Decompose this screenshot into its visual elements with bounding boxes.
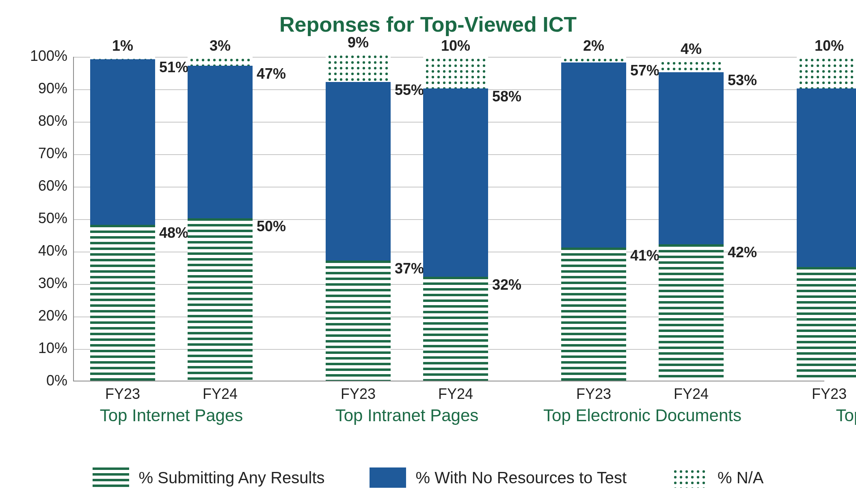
bar-seg-submitting xyxy=(188,218,253,381)
data-label-no-resources: 58% xyxy=(492,88,521,105)
y-tick-label: 100% xyxy=(30,47,67,65)
chart-title: Reponses for Top-Viewed ICT xyxy=(0,12,856,37)
bar: 2%57%41% xyxy=(561,56,626,381)
data-label-na: 10% xyxy=(815,37,844,54)
bar-seg-na xyxy=(659,59,724,72)
data-label-submitting: 37% xyxy=(395,260,424,277)
legend-label: % With No Resources to Test xyxy=(416,469,627,487)
bar-seg-no-resources xyxy=(797,88,856,267)
chart-container: Reponses for Top-Viewed ICT 0%10%20%30%4… xyxy=(0,0,856,504)
bar-seg-no-resources xyxy=(561,62,626,248)
y-tick-label: 10% xyxy=(38,340,67,357)
data-label-na: 1% xyxy=(112,37,133,54)
y-tick-label: 30% xyxy=(38,275,67,292)
y-tick-label: 50% xyxy=(38,210,67,227)
data-label-submitting: 42% xyxy=(728,244,757,261)
legend-label: % Submitting Any Results xyxy=(139,469,325,487)
x-tick-label: FY23 xyxy=(561,386,626,403)
legend-item-submitting: % Submitting Any Results xyxy=(93,467,325,488)
bar-seg-na xyxy=(188,56,253,66)
x-group-label: Top Electronic Documents xyxy=(543,406,741,425)
x-group-label: Top Intranet Pages xyxy=(335,406,479,425)
data-label-na: 2% xyxy=(583,37,604,54)
bar-seg-submitting xyxy=(90,225,155,381)
legend-swatch-stripes-icon xyxy=(93,467,129,488)
bar-seg-no-resources xyxy=(90,59,155,225)
bar: 9%55%37% xyxy=(326,56,391,381)
plot-area: 0%10%20%30%40%50%60%70%80%90%100%1%51%48… xyxy=(73,57,824,381)
x-tick-label: FY23 xyxy=(797,386,856,403)
x-tick-label: FY23 xyxy=(326,386,391,403)
x-tick-label: FY23 xyxy=(90,386,155,403)
x-tick-label: FY24 xyxy=(659,386,724,403)
bar-seg-no-resources xyxy=(326,82,391,261)
data-label-submitting: 32% xyxy=(492,276,521,293)
bar-seg-submitting xyxy=(797,267,856,381)
legend: % Submitting Any Results % With No Resou… xyxy=(0,467,856,488)
data-label-no-resources: 57% xyxy=(630,62,659,79)
data-label-submitting: 48% xyxy=(159,224,188,241)
bar-seg-no-resources xyxy=(188,66,253,218)
bar-seg-na xyxy=(797,56,856,88)
data-label-submitting: 41% xyxy=(630,247,659,264)
legend-item-no-resources: % With No Resources to Test xyxy=(370,467,627,488)
x-group-label: Top Internet Pages xyxy=(100,406,243,425)
data-label-no-resources: 47% xyxy=(257,65,286,82)
bar: 1%51%48% xyxy=(90,56,155,381)
data-label-submitting: 50% xyxy=(257,218,286,235)
legend-item-na: % N/A xyxy=(671,467,763,488)
x-tick-label: FY24 xyxy=(423,386,488,403)
data-label-na: 3% xyxy=(210,37,231,54)
y-tick-label: 80% xyxy=(38,112,67,129)
legend-swatch-solid-icon xyxy=(370,467,406,488)
y-tick-label: 20% xyxy=(38,307,67,324)
bar-seg-na xyxy=(90,56,155,59)
bar-seg-no-resources xyxy=(659,72,724,244)
bar-seg-submitting xyxy=(561,248,626,381)
data-label-na: 10% xyxy=(441,37,470,54)
bar-seg-submitting xyxy=(326,261,391,381)
data-label-no-resources: 51% xyxy=(159,59,188,76)
y-tick-label: 0% xyxy=(46,372,67,389)
legend-label: % N/A xyxy=(718,469,763,487)
data-label-no-resources: 53% xyxy=(728,72,757,89)
bar-seg-no-resources xyxy=(423,88,488,277)
y-tick-label: 70% xyxy=(38,145,67,162)
legend-swatch-dots-icon xyxy=(671,467,708,488)
data-label-no-resources: 55% xyxy=(395,82,424,99)
bar-seg-na xyxy=(423,56,488,88)
bar: 10%55%35% xyxy=(797,56,856,381)
bar-seg-na xyxy=(561,56,626,62)
bar-seg-submitting xyxy=(659,244,724,381)
bar-seg-na xyxy=(326,53,391,82)
bar: 4%53%42% xyxy=(659,56,724,381)
x-group-label: Top Videos xyxy=(836,406,856,425)
bar: 3%47%50% xyxy=(188,56,253,381)
y-tick-label: 60% xyxy=(38,177,67,194)
data-label-na: 4% xyxy=(681,41,702,58)
data-label-na: 9% xyxy=(348,34,369,51)
y-tick-label: 90% xyxy=(38,80,67,97)
bar-seg-submitting xyxy=(423,277,488,381)
x-tick-label: FY24 xyxy=(188,386,253,403)
y-tick-label: 40% xyxy=(38,242,67,259)
bar: 10%58%32% xyxy=(423,56,488,381)
